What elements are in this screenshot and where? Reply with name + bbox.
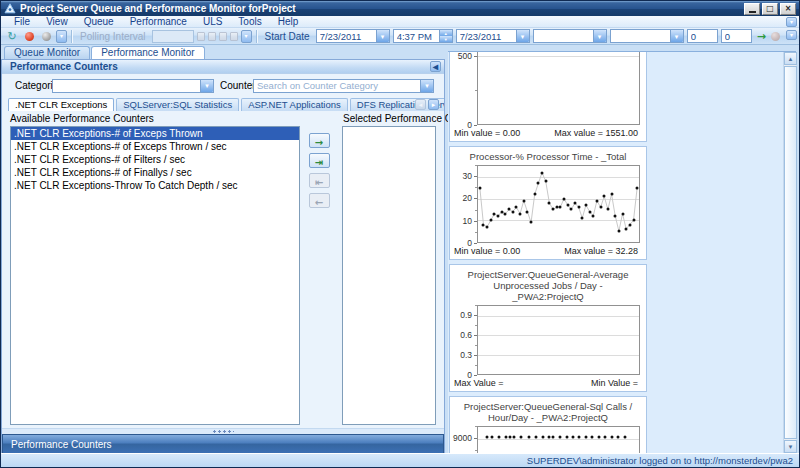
chart-plot bbox=[477, 165, 640, 243]
menu-help[interactable]: Help bbox=[271, 16, 306, 27]
menu-tools[interactable]: Tools bbox=[231, 16, 268, 27]
minimize-button[interactable] bbox=[744, 3, 760, 15]
combo-dropdown-icon[interactable]: ▾ bbox=[593, 30, 606, 42]
empty-combo-2-input[interactable] bbox=[611, 30, 670, 42]
data-point bbox=[522, 199, 525, 202]
charts-panel: 0500Min value = 0.00Max value = 1551.00P… bbox=[448, 51, 796, 453]
interval-icon-3 bbox=[219, 32, 227, 41]
toolbar: ↻ ▾ Polling Interval ▾ Start Date ▾ bbox=[1, 28, 799, 45]
category-tab-sqlserver-sql-statistics[interactable]: SQLServer:SQL Statistics bbox=[116, 98, 239, 111]
data-point bbox=[606, 208, 609, 211]
add-all-counters-button[interactable]: ⇥ bbox=[309, 153, 330, 168]
scroll-up-button[interactable]: ▲ bbox=[784, 52, 797, 65]
group2-options-button[interactable]: ▾ bbox=[241, 30, 252, 43]
end-date-dropdown-icon[interactable]: ▾ bbox=[516, 30, 529, 42]
data-point bbox=[534, 436, 537, 439]
start-time-input[interactable] bbox=[394, 30, 439, 42]
data-point bbox=[526, 210, 529, 213]
data-point bbox=[552, 208, 555, 211]
number-input-2[interactable] bbox=[721, 29, 752, 43]
data-point bbox=[624, 436, 627, 439]
scroll-down-button[interactable]: ▼ bbox=[784, 440, 797, 453]
charts-scrollbar[interactable]: ▲ ▼ bbox=[783, 52, 796, 453]
data-point bbox=[614, 214, 617, 217]
counter-list-item[interactable]: .NET CLR Exceptions-Throw To Catch Depth… bbox=[11, 179, 299, 192]
number-input-1[interactable] bbox=[687, 29, 718, 43]
categories-input[interactable] bbox=[53, 80, 200, 92]
categories-combo: ▾ bbox=[52, 79, 214, 93]
date-toolbar-group: Start Date ▾ ▲ ▼ ▾ ▾ ▾ bbox=[262, 29, 780, 43]
counters-search-input[interactable] bbox=[254, 80, 420, 92]
gridline bbox=[478, 355, 639, 356]
data-point bbox=[489, 219, 492, 222]
remove-counter-button[interactable]: ← bbox=[309, 193, 330, 208]
menu-uls[interactable]: ULS bbox=[196, 16, 229, 27]
menu-queue[interactable]: Queue bbox=[77, 16, 121, 27]
category-tabs: .NET CLR ExceptionsSQLServer:SQL Statist… bbox=[8, 98, 444, 111]
tick-mark bbox=[474, 375, 477, 376]
remove-all-counters-button[interactable]: ⇤ bbox=[309, 173, 330, 188]
menu-performance[interactable]: Performance bbox=[123, 16, 194, 27]
data-point bbox=[588, 210, 591, 213]
gridline bbox=[478, 56, 639, 57]
toolbar-overflow-button[interactable]: ▾ bbox=[786, 30, 797, 40]
chart-y-axis: 0500 bbox=[450, 52, 477, 125]
group1-options-button[interactable]: ▾ bbox=[56, 30, 67, 43]
performance-counters-collapsed-bar[interactable]: Performance Counters bbox=[2, 434, 444, 453]
tab-scroll-right-button[interactable]: ▸ bbox=[428, 99, 439, 110]
data-point bbox=[591, 436, 594, 439]
spin-down-icon[interactable]: ▼ bbox=[440, 36, 452, 42]
minimize-icon bbox=[749, 11, 756, 13]
menu-file[interactable]: File bbox=[7, 16, 37, 27]
tab-queue-monitor[interactable]: Queue Monitor bbox=[4, 46, 90, 59]
chart-panel-4: ProjectServer:QueueGeneral-Sql Calls / H… bbox=[449, 396, 647, 453]
menu-view[interactable]: View bbox=[39, 16, 75, 27]
interval-icon-1 bbox=[197, 32, 205, 41]
category-tab-net-clr-exceptions[interactable]: .NET CLR Exceptions bbox=[8, 98, 114, 111]
data-point bbox=[548, 201, 551, 204]
tab-performance-monitor[interactable]: Performance Monitor bbox=[91, 46, 204, 59]
data-point bbox=[559, 436, 562, 439]
refresh-button[interactable]: ↻ bbox=[5, 29, 19, 43]
counter-list-item[interactable]: .NET CLR Exceptions-# of Exceps Thrown bbox=[11, 127, 299, 140]
menu-overflow-button[interactable]: ▾ bbox=[786, 17, 797, 27]
collapse-panel-button[interactable]: ◂ bbox=[430, 61, 441, 72]
y-tick-label: 0.9 bbox=[460, 310, 472, 320]
record-button[interactable] bbox=[22, 29, 36, 43]
end-date-input[interactable] bbox=[457, 30, 516, 42]
category-tab-asp-net-applications[interactable]: ASP.NET Applications bbox=[241, 98, 348, 111]
categories-dropdown-icon[interactable]: ▾ bbox=[200, 80, 213, 92]
selected-counters-list[interactable] bbox=[342, 126, 436, 425]
add-counter-button[interactable]: → bbox=[309, 133, 330, 148]
counters-dropdown-icon[interactable]: ▾ bbox=[420, 80, 433, 92]
counters-label: Counters bbox=[220, 80, 251, 91]
settings-button[interactable] bbox=[39, 29, 53, 43]
counter-list-item[interactable]: .NET CLR Exceptions-# of Filters / sec bbox=[11, 153, 299, 166]
y-tick-label: 0 bbox=[467, 238, 472, 248]
data-point bbox=[504, 212, 507, 215]
y-tick-label: 0.6 bbox=[460, 330, 472, 340]
chevron-down-icon: ▾ bbox=[790, 19, 793, 25]
data-point bbox=[570, 208, 573, 211]
counter-list-item[interactable]: .NET CLR Exceptions-# of Finallys / sec bbox=[11, 166, 299, 179]
start-date-dropdown-icon[interactable]: ▾ bbox=[376, 30, 389, 42]
go-button[interactable]: → bbox=[755, 31, 768, 42]
panel-body: Categories ▾ Counters ▾ .NET CLR Excepti… bbox=[2, 74, 444, 428]
combo-dropdown-icon[interactable]: ▾ bbox=[670, 30, 683, 42]
start-date-input[interactable] bbox=[317, 30, 376, 42]
splitter-grip-icon bbox=[212, 430, 234, 433]
tick-mark bbox=[474, 125, 477, 126]
data-point bbox=[497, 436, 500, 439]
tab-scroll-left-button[interactable]: ◂ bbox=[415, 99, 426, 110]
maximize-button[interactable]: □ bbox=[762, 3, 778, 15]
queue-toolbar-group: ↻ ▾ bbox=[5, 29, 67, 43]
available-counters-list[interactable]: .NET CLR Exceptions-# of Exceps Thrown.N… bbox=[10, 126, 300, 425]
close-button[interactable]: × bbox=[780, 3, 796, 15]
polling-interval-input bbox=[152, 30, 194, 43]
counter-list-item[interactable]: .NET CLR Exceptions-# of Exceps Thrown /… bbox=[11, 140, 299, 153]
chart-panel-2: Processor-% Processor Time - _Total01020… bbox=[449, 146, 647, 260]
data-point bbox=[628, 223, 631, 226]
scrollbar-thumb[interactable] bbox=[784, 66, 797, 439]
empty-combo-1-input[interactable] bbox=[534, 30, 593, 42]
refresh-icon: ↻ bbox=[7, 31, 16, 42]
